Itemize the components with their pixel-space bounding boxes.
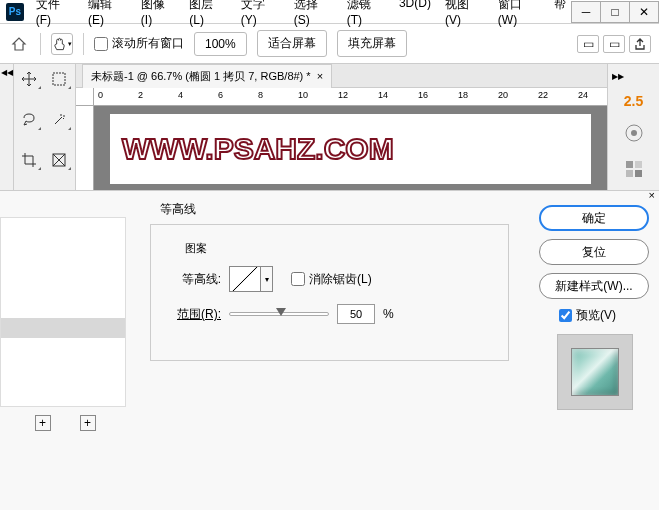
svg-rect-4 (626, 161, 633, 168)
swatches-panel-icon[interactable] (622, 157, 646, 181)
svg-rect-5 (635, 161, 642, 168)
svg-point-3 (631, 130, 637, 136)
fieldset-legend: 图案 (185, 241, 488, 256)
crop-tool[interactable] (16, 149, 42, 171)
panel-collapse-icon[interactable]: ▶▶ (612, 72, 624, 81)
contour-dropdown-icon[interactable]: ▾ (261, 266, 273, 292)
app-logo: Ps (6, 3, 24, 21)
dock-option-icon[interactable]: ▭ (577, 35, 599, 53)
toolbox-collapse[interactable]: ◀◀ (0, 64, 14, 190)
menu-filter[interactable]: 滤镜(T) (341, 0, 391, 30)
style-list[interactable] (0, 217, 126, 407)
titlebar: Ps 文件(F) 编辑(E) 图像(I) 图层(L) 文字(Y) 选择(S) 滤… (0, 0, 659, 24)
antialias-checkbox[interactable]: 消除锯齿(L) (291, 271, 372, 288)
style-list-panel: + + (0, 197, 130, 510)
preview-checkbox[interactable]: 预览(V) (559, 307, 649, 324)
fill-screen-button[interactable]: 填充屏幕 (337, 30, 407, 57)
divider (40, 33, 41, 55)
style-preview (557, 334, 633, 410)
reset-button[interactable]: 复位 (539, 239, 649, 265)
document-tab-bar: 未标题-1 @ 66.7% (椭圆 1 拷贝 7, RGB/8#) * × (76, 64, 607, 88)
contour-fieldset: 图案 等高线: ▾ 消除锯齿(L) 范围(R): (150, 224, 509, 361)
style-settings-panel: 等高线 图案 等高线: ▾ 消除锯齿(L) 范围(R): (130, 197, 529, 510)
window-controls: ─ □ ✕ (572, 1, 659, 23)
contour-picker[interactable] (229, 266, 261, 292)
contour-label: 等高线: (171, 271, 221, 288)
menu-file[interactable]: 文件(F) (30, 0, 80, 30)
menu-edit[interactable]: 编辑(E) (82, 0, 133, 30)
zoom-level-button[interactable]: 100% (194, 32, 247, 56)
close-button[interactable]: ✕ (629, 1, 659, 23)
menu-view[interactable]: 视图(V) (439, 0, 490, 30)
style-preview-inner (571, 348, 619, 396)
menu-image[interactable]: 图像(I) (135, 0, 181, 30)
dialog-close-icon[interactable]: × (649, 189, 655, 201)
layer-style-dialog: × + + 等高线 图案 等高线: ▾ (0, 190, 659, 510)
close-tab-icon[interactable]: × (317, 70, 323, 82)
canvas: WWW.PSAHZ.COM (110, 114, 591, 184)
menu-help[interactable]: 帮 (548, 0, 572, 30)
document-tab-title: 未标题-1 @ 66.7% (椭圆 1 拷贝 7, RGB/8#) * (91, 69, 311, 84)
menu-select[interactable]: 选择(S) (288, 0, 339, 30)
svg-rect-6 (626, 170, 633, 177)
vertical-ruler[interactable] (76, 106, 94, 190)
new-style-button[interactable]: 新建样式(W)... (539, 273, 649, 299)
share-icon[interactable] (629, 35, 651, 53)
main-menu: 文件(F) 编辑(E) 图像(I) 图层(L) 文字(Y) 选择(S) 滤镜(T… (30, 0, 572, 30)
divider (83, 33, 84, 55)
frame-tool[interactable] (46, 149, 72, 171)
menu-3d[interactable]: 3D(D) (393, 0, 437, 30)
style-list-selected[interactable] (1, 318, 125, 338)
canvas-text: WWW.PSAHZ.COM (122, 132, 394, 166)
menu-type[interactable]: 文字(Y) (235, 0, 286, 30)
preview-label: 预览(V) (576, 307, 616, 324)
add-style-button[interactable]: + (35, 415, 51, 431)
fit-screen-button[interactable]: 适合屏幕 (257, 30, 327, 57)
dialog-buttons-panel: 确定 复位 新建样式(W)... 预览(V) (529, 197, 659, 510)
section-title: 等高线 (160, 201, 509, 218)
slider-thumb-icon[interactable] (276, 308, 286, 316)
hand-tool-preset[interactable]: ▾ (51, 33, 73, 55)
scroll-all-windows-checkbox[interactable]: 滚动所有窗口 (94, 35, 184, 52)
range-label: 范围(R): (171, 306, 221, 323)
maximize-button[interactable]: □ (600, 1, 630, 23)
ruler-origin[interactable] (76, 88, 94, 106)
dock-option-icon[interactable]: ▭ (603, 35, 625, 53)
lasso-tool[interactable] (16, 109, 42, 131)
document-area: 未标题-1 @ 66.7% (椭圆 1 拷贝 7, RGB/8#) * × 0 … (76, 64, 607, 190)
brush-size-value[interactable]: 2.5 (624, 93, 643, 109)
brush-preset-icon[interactable] (622, 121, 646, 145)
svg-rect-0 (53, 73, 65, 85)
svg-rect-7 (635, 170, 642, 177)
scroll-all-windows-label: 滚动所有窗口 (112, 35, 184, 52)
range-input[interactable] (337, 304, 375, 324)
canvas-viewport[interactable]: WWW.PSAHZ.COM (94, 106, 607, 190)
options-bar: ▾ 滚动所有窗口 100% 适合屏幕 填充屏幕 ▭ ▭ (0, 24, 659, 64)
range-slider[interactable] (229, 312, 329, 316)
magic-wand-tool[interactable] (46, 109, 72, 131)
home-icon[interactable] (8, 33, 30, 55)
horizontal-ruler[interactable]: 0 2 4 6 8 10 12 14 16 18 20 22 24 (94, 88, 607, 106)
menu-window[interactable]: 窗口(W) (492, 0, 546, 30)
antialias-label: 消除锯齿(L) (309, 271, 372, 288)
toolbox (14, 64, 76, 190)
minimize-button[interactable]: ─ (571, 1, 601, 23)
add-style-button[interactable]: + (80, 415, 96, 431)
menu-layer[interactable]: 图层(L) (183, 0, 233, 30)
ok-button[interactable]: 确定 (539, 205, 649, 231)
marquee-tool[interactable] (46, 68, 72, 90)
workspace: ◀◀ 未标题-1 @ 66.7% (椭圆 1 拷贝 7, RGB/8#) * ×… (0, 64, 659, 190)
document-tab[interactable]: 未标题-1 @ 66.7% (椭圆 1 拷贝 7, RGB/8#) * × (82, 64, 332, 88)
right-panel: ▶▶ 2.5 (607, 64, 659, 190)
move-tool[interactable] (16, 68, 42, 90)
range-unit: % (383, 307, 394, 321)
